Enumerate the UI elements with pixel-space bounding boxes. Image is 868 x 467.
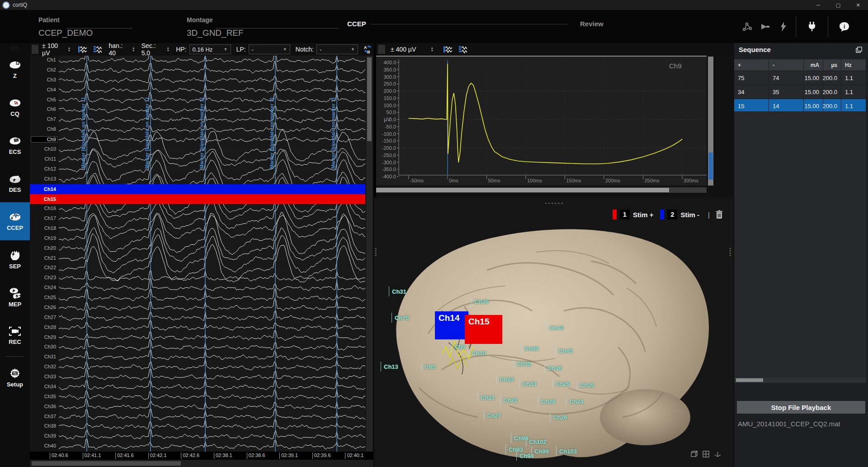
amplifier-plug-icon[interactable] bbox=[806, 21, 818, 33]
channel-label[interactable]: Ch31 bbox=[30, 354, 56, 359]
ccep-plot-area[interactable]: 400.0350.0300.0250.0200.0150.0100.050.00… bbox=[376, 57, 707, 186]
channel-label[interactable]: Ch12 bbox=[30, 166, 56, 172]
sidebar-item-sep[interactable]: SEP bbox=[0, 240, 30, 278]
channel-label[interactable]: Ch6 bbox=[30, 106, 56, 112]
channel-label[interactable]: Ch2 bbox=[30, 67, 56, 72]
channel-label[interactable]: Ch29 bbox=[30, 334, 56, 340]
spinner-arrows-icon[interactable]: ▲▼ bbox=[132, 47, 135, 52]
sequence-row[interactable]: 757415.00200.01.1 bbox=[734, 71, 866, 85]
sequence-column-header[interactable]: Hz bbox=[841, 59, 866, 71]
electrode-label[interactable]: Ch10 bbox=[472, 350, 486, 357]
eeg-horizontal-scrollbar[interactable] bbox=[30, 460, 373, 467]
channel-label[interactable]: Ch25 bbox=[30, 295, 56, 300]
electrode-label[interactable]: Ch35 bbox=[517, 361, 531, 367]
maximize-button[interactable]: ▢ bbox=[828, 0, 848, 10]
channel-label[interactable]: Ch3 bbox=[30, 77, 56, 82]
electrode-label[interactable]: Ch13 bbox=[384, 363, 398, 370]
scrollbar-thumb[interactable] bbox=[736, 378, 763, 382]
electrode-label[interactable]: Ch99 bbox=[524, 345, 539, 352]
spinner-arrows-icon[interactable]: ▲▼ bbox=[68, 47, 71, 52]
channel-label[interactable]: Ch24 bbox=[30, 285, 56, 290]
channel-label[interactable]: Ch35 bbox=[30, 394, 56, 399]
lowpass-dropdown[interactable]: -▼ bbox=[249, 44, 290, 54]
view-layout-icon[interactable] bbox=[702, 450, 710, 458]
channel-label[interactable]: Ch33 bbox=[30, 374, 56, 379]
electrode-label[interactable]: Ch22 bbox=[503, 397, 518, 404]
channel-label[interactable]: Ch21 bbox=[30, 255, 56, 261]
electrode-label[interactable]: Ch24 bbox=[569, 398, 584, 405]
playback-icon[interactable] bbox=[760, 21, 771, 33]
channel-label[interactable]: Ch4 bbox=[30, 87, 56, 92]
fit-amplitude-icon[interactable] bbox=[77, 45, 87, 53]
stim-minus-row-highlight[interactable]: Ch14 bbox=[30, 184, 365, 194]
channel-label[interactable]: Ch36 bbox=[30, 404, 56, 409]
minimize-button[interactable]: ─ bbox=[808, 0, 828, 10]
channel-label[interactable]: Ch7 bbox=[30, 116, 56, 122]
electrode-label[interactable]: Ch30 bbox=[474, 298, 489, 305]
sidebar-item-z[interactable]: Ω Z bbox=[0, 50, 30, 88]
electrode-label[interactable]: Ch93 bbox=[509, 446, 523, 453]
plot-toolbar-handle[interactable] bbox=[378, 45, 385, 54]
channel-label[interactable]: Ch8 bbox=[30, 126, 56, 132]
electrode-label[interactable]: Ch40 bbox=[549, 324, 564, 331]
channel-count-spinner[interactable]: han.: 40 ▲▼ bbox=[109, 42, 135, 57]
sidebar-item-cq[interactable]: CQ bbox=[0, 88, 30, 126]
channel-label[interactable]: Ch5 bbox=[30, 97, 56, 102]
popout-window-icon[interactable] bbox=[855, 46, 863, 53]
electrode-label[interactable]: Ch21 bbox=[481, 394, 495, 401]
fit-channels-icon[interactable] bbox=[458, 45, 468, 53]
splitter-handle-right[interactable]: •••• bbox=[729, 248, 732, 257]
sequence-scrollbar[interactable] bbox=[734, 377, 866, 383]
notch-dropdown[interactable]: -▼ bbox=[316, 44, 358, 54]
sidebar-item-des[interactable]: DES bbox=[0, 164, 30, 202]
eeg-scale-spinner[interactable]: ± 100 µV ▲▼ bbox=[42, 42, 71, 57]
highpass-dropdown[interactable]: 0.16 Hz▼ bbox=[189, 44, 231, 54]
close-button[interactable]: ✕ bbox=[848, 0, 868, 10]
sequence-column-header[interactable]: + bbox=[734, 59, 769, 71]
stim-plus-row-highlight[interactable]: Ch15 bbox=[30, 194, 365, 204]
sidebar-item-mep[interactable]: MEP bbox=[0, 278, 30, 316]
channel-label[interactable]: Ch27 bbox=[30, 315, 56, 320]
info-icon[interactable]: i bbox=[838, 21, 850, 33]
channel-label[interactable]: Ch26 bbox=[30, 305, 56, 310]
plot-horizontal-scrollbar[interactable] bbox=[376, 187, 707, 193]
brain-render[interactable] bbox=[374, 198, 734, 467]
electrode-label[interactable]: Ch75 bbox=[395, 315, 409, 321]
channel-label[interactable]: Ch16 bbox=[30, 205, 56, 211]
stimulation-icon[interactable] bbox=[778, 21, 789, 33]
electrode-label[interactable]: Ch94 bbox=[519, 453, 534, 459]
electrode-label[interactable]: Ch23 bbox=[500, 376, 514, 383]
channel-label[interactable]: Ch20 bbox=[30, 245, 56, 251]
electrode-label[interactable]: Ch102 bbox=[529, 438, 547, 445]
channel-label[interactable]: Ch11 bbox=[30, 156, 56, 162]
electrode-label[interactable]: Ch25 bbox=[580, 382, 594, 389]
electrode-label[interactable]: Ch45 bbox=[558, 348, 573, 354]
channel-label[interactable]: Ch38 bbox=[30, 423, 56, 429]
plot-scale-spinner[interactable]: ± 400 µV ▲▼ bbox=[391, 46, 434, 53]
scrollbar-thumb[interactable] bbox=[708, 152, 713, 180]
fit-amplitude-icon[interactable] bbox=[443, 45, 453, 53]
electrode-label[interactable]: Ch36 bbox=[547, 365, 562, 372]
electrode-label[interactable]: Ch31 bbox=[392, 288, 406, 295]
sequence-row[interactable]: 151415.00200.01.1 bbox=[734, 99, 866, 113]
review-tab[interactable]: Review bbox=[580, 20, 604, 28]
sequence-column-header[interactable]: - bbox=[769, 59, 804, 71]
seconds-spinner[interactable]: Sec.: 5,0 ▲▼ bbox=[142, 42, 170, 57]
electrode-label[interactable]: Ch98 bbox=[514, 435, 528, 442]
sidebar-drag-handle[interactable]: :::::::::::: bbox=[0, 46, 30, 50]
electrode-label[interactable]: Ch103 bbox=[559, 448, 577, 455]
scrollbar-thumb[interactable] bbox=[32, 461, 181, 466]
eeg-trace-area[interactable]: Marker [bipodale on marker 1]Marker [bip… bbox=[59, 56, 365, 452]
channel-label[interactable]: Ch10 bbox=[30, 146, 56, 152]
eeg-toolbar-handle[interactable] bbox=[32, 45, 38, 54]
electrode-label[interactable]: Ch29 bbox=[556, 381, 570, 387]
channel-label[interactable]: Ch9 bbox=[31, 136, 58, 143]
channel-label[interactable]: Ch34 bbox=[30, 384, 56, 389]
plot-vertical-scrollbar[interactable] bbox=[708, 57, 713, 186]
channel-label[interactable]: Ch28 bbox=[30, 324, 56, 330]
eeg-vertical-scrollbar[interactable] bbox=[366, 56, 373, 452]
sequence-column-header[interactable]: µs bbox=[823, 59, 841, 71]
electrode-label[interactable]: Ch99 bbox=[534, 448, 549, 455]
electrode-label[interactable]: Ch33 bbox=[522, 381, 537, 387]
channel-label[interactable]: Ch13 bbox=[30, 176, 56, 181]
